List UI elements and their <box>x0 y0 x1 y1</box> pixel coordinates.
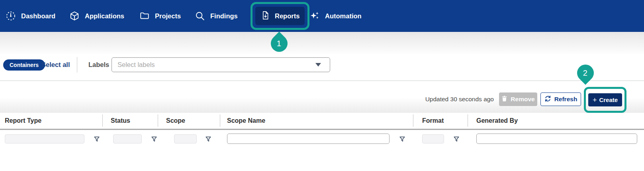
nav-label: Applications <box>85 12 124 20</box>
refresh-icon <box>544 95 551 104</box>
table-header-row: Report Type Status Scope Scope Name Form… <box>0 113 644 128</box>
page-top-gradient <box>0 32 644 54</box>
remove-button-label: Remove <box>511 96 534 103</box>
annotation-highlight-create-button: + Create <box>584 87 626 113</box>
nav-item-findings[interactable]: Findings <box>195 0 238 32</box>
format-filter-funnel-icon[interactable] <box>453 136 460 143</box>
column-header-status: Status <box>111 113 130 128</box>
applications-cube-icon <box>69 11 80 21</box>
plus-icon: + <box>593 96 597 104</box>
generated-by-filter-input[interactable] <box>476 134 637 144</box>
labels-label: Labels <box>88 61 109 69</box>
annotation-pin-1-number: 1 <box>277 39 281 48</box>
select-all-label: Select all <box>41 61 70 68</box>
column-divider <box>158 114 158 127</box>
remove-button[interactable]: Remove <box>499 92 537 106</box>
nav-item-reports[interactable]: Reports <box>255 7 305 25</box>
column-header-scope: Scope <box>166 113 185 128</box>
updated-status-text: Updated 30 seconds ago <box>425 96 494 103</box>
annotation-pin-2-number: 2 <box>583 69 587 78</box>
scope-filter-funnel-icon[interactable] <box>205 136 212 143</box>
column-header-report-type: Report Type <box>5 113 41 128</box>
status-filter-funnel-icon[interactable] <box>151 136 158 143</box>
nav-item-applications[interactable]: Applications <box>69 0 124 32</box>
table-header-underline <box>0 129 644 130</box>
status-filter-input[interactable] <box>113 134 142 143</box>
nav-label: Projects <box>155 12 181 20</box>
automation-sparkles-icon <box>309 11 320 21</box>
column-divider <box>413 114 413 127</box>
column-header-scope-name: Scope Name <box>227 113 265 128</box>
scope-filter-input[interactable] <box>174 134 197 143</box>
create-button[interactable]: + Create <box>588 93 622 106</box>
annotation-highlight-reports-tab: Reports <box>251 2 309 30</box>
select-all-button[interactable]: Select all <box>41 61 70 69</box>
scope-name-filter-funnel-icon[interactable] <box>399 136 406 143</box>
nav-item-dashboard[interactable]: Dashboard <box>6 0 55 32</box>
reports-page: Dashboard Applications Projects <box>0 0 644 171</box>
labels-select-wrap <box>112 57 330 72</box>
report-type-filter-input[interactable] <box>5 134 84 143</box>
refresh-button[interactable]: Refresh <box>540 92 581 106</box>
nav-label: Dashboard <box>21 12 55 20</box>
nav-label: Reports <box>275 12 299 20</box>
projects-folder-icon <box>139 11 150 21</box>
filter-row-divider <box>77 57 77 73</box>
column-divider <box>468 114 468 127</box>
column-divider <box>220 114 220 127</box>
labels-select-input[interactable] <box>112 57 330 72</box>
nav-label: Findings <box>210 12 238 20</box>
trash-icon <box>501 95 507 103</box>
report-type-filter-funnel-icon[interactable] <box>93 136 100 143</box>
nav-item-automation[interactable]: Automation <box>309 0 362 32</box>
reports-download-document-icon <box>260 10 270 22</box>
column-divider <box>102 114 103 127</box>
containers-filter-pill[interactable]: Containers <box>3 59 45 71</box>
refresh-button-label: Refresh <box>554 96 577 103</box>
create-button-label: Create <box>599 96 618 103</box>
format-filter-input[interactable] <box>422 134 444 143</box>
findings-search-icon <box>195 11 205 21</box>
containers-pill-label: Containers <box>10 62 39 68</box>
column-header-generated-by: Generated By <box>476 113 518 128</box>
scope-name-filter-input[interactable] <box>227 134 390 144</box>
nav-item-projects[interactable]: Projects <box>139 0 181 32</box>
column-header-format: Format <box>422 113 444 128</box>
dashboard-gauge-icon <box>6 11 16 21</box>
nav-label: Automation <box>325 12 362 20</box>
top-nav: Dashboard Applications Projects <box>0 0 644 32</box>
